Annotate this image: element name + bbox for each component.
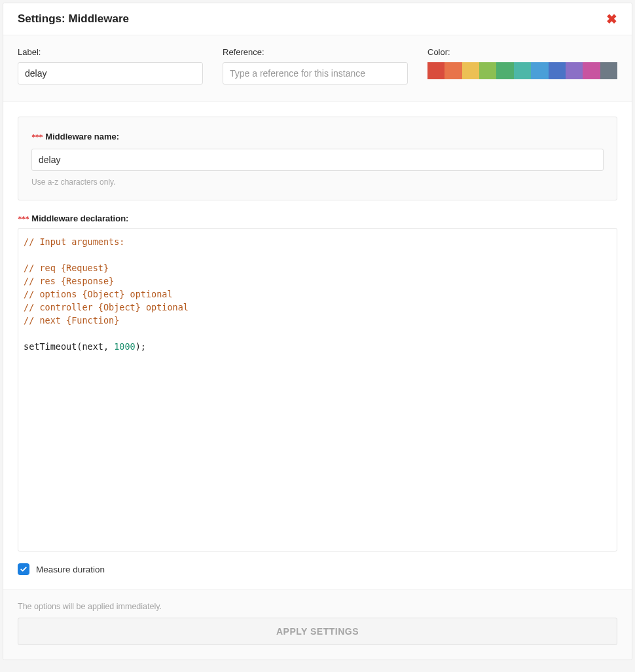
- middleware-name-input[interactable]: [31, 149, 604, 171]
- code-editor[interactable]: // Input arguments: // req {Request} // …: [18, 228, 617, 551]
- measure-duration-row: Measure duration: [18, 563, 617, 575]
- middleware-name-panel: *** Middleware name: Use a-z characters …: [18, 117, 617, 200]
- measure-duration-label: Measure duration: [36, 565, 105, 574]
- color-swatch[interactable]: [514, 62, 531, 79]
- color-swatch[interactable]: [549, 62, 566, 79]
- name-label: Middleware name:: [45, 132, 119, 141]
- modal-title: Settings: Middleware: [18, 12, 129, 26]
- color-swatches: [427, 62, 617, 79]
- decl-label-row: *** Middleware declaration:: [18, 212, 617, 224]
- name-label-row: *** Middleware name:: [31, 130, 604, 142]
- check-icon: [20, 565, 27, 573]
- color-field-group: Color:: [427, 47, 617, 79]
- reference-field-group: Reference:: [223, 47, 408, 84]
- close-icon[interactable]: ✖: [606, 12, 617, 26]
- label-input[interactable]: [18, 62, 203, 84]
- label-field-group: Label:: [18, 47, 203, 84]
- required-mark-icon: ***: [18, 215, 29, 223]
- color-swatch[interactable]: [531, 62, 548, 79]
- measure-duration-checkbox[interactable]: [18, 563, 29, 575]
- color-swatch[interactable]: [496, 62, 513, 79]
- label-caption: Label:: [18, 47, 203, 57]
- decl-label: Middleware declaration:: [31, 214, 128, 223]
- color-swatch[interactable]: [600, 62, 617, 79]
- color-swatch[interactable]: [462, 62, 479, 79]
- name-hint: Use a-z characters only.: [31, 177, 604, 187]
- settings-modal: Settings: Middleware ✖ Label: Reference:…: [3, 3, 632, 660]
- reference-caption: Reference:: [223, 47, 408, 57]
- modal-header: Settings: Middleware ✖: [3, 3, 632, 35]
- color-swatch[interactable]: [479, 62, 496, 79]
- main-body: *** Middleware name: Use a-z characters …: [3, 102, 632, 589]
- apply-settings-button[interactable]: APPLY SETTINGS: [18, 618, 617, 645]
- color-caption: Color:: [427, 47, 617, 57]
- modal-footer: The options will be applied immediately.…: [3, 589, 632, 660]
- footer-note: The options will be applied immediately.: [18, 602, 617, 611]
- top-section: Label: Reference: Color:: [3, 35, 632, 102]
- color-swatch[interactable]: [427, 62, 444, 79]
- color-swatch[interactable]: [566, 62, 583, 79]
- required-mark-icon: ***: [31, 133, 43, 141]
- color-swatch[interactable]: [583, 62, 600, 79]
- color-swatch[interactable]: [444, 62, 462, 79]
- reference-input[interactable]: [223, 62, 408, 84]
